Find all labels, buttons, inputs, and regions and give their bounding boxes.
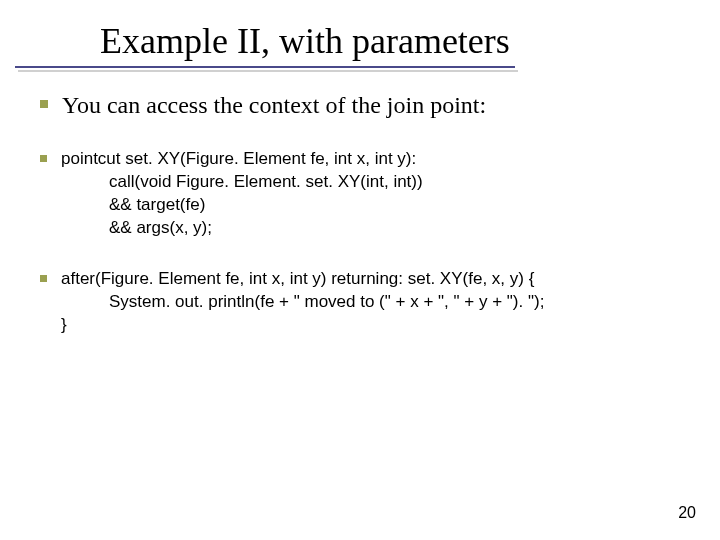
slide-body: You can access the context of the join p… bbox=[40, 90, 680, 365]
code-line: call(void Figure. Element. set. XY(int, … bbox=[61, 171, 423, 194]
code-line: after(Figure. Element fe, int x, int y) … bbox=[61, 268, 544, 291]
code-line: && target(fe) bbox=[61, 194, 423, 217]
code-block-pointcut: pointcut set. XY(Figure. Element fe, int… bbox=[61, 148, 423, 240]
code-line: && args(x, y); bbox=[61, 217, 423, 240]
bullet-item-1: You can access the context of the join p… bbox=[40, 90, 680, 120]
bullet-text: You can access the context of the join p… bbox=[62, 90, 486, 120]
title-underline-shadow bbox=[18, 70, 518, 72]
bullet-icon bbox=[40, 100, 48, 108]
bullet-item-2: pointcut set. XY(Figure. Element fe, int… bbox=[40, 148, 680, 240]
slide: Example II, with parameters You can acce… bbox=[0, 0, 720, 540]
code-line: } bbox=[61, 314, 544, 337]
bullet-icon bbox=[40, 155, 47, 162]
page-number: 20 bbox=[678, 504, 696, 522]
code-line: System. out. println(fe + " moved to (" … bbox=[61, 291, 544, 314]
title-underline bbox=[15, 66, 515, 68]
bullet-icon bbox=[40, 275, 47, 282]
slide-title: Example II, with parameters bbox=[100, 20, 510, 62]
bullet-item-3: after(Figure. Element fe, int x, int y) … bbox=[40, 268, 680, 337]
code-line: pointcut set. XY(Figure. Element fe, int… bbox=[61, 148, 423, 171]
code-block-after: after(Figure. Element fe, int x, int y) … bbox=[61, 268, 544, 337]
